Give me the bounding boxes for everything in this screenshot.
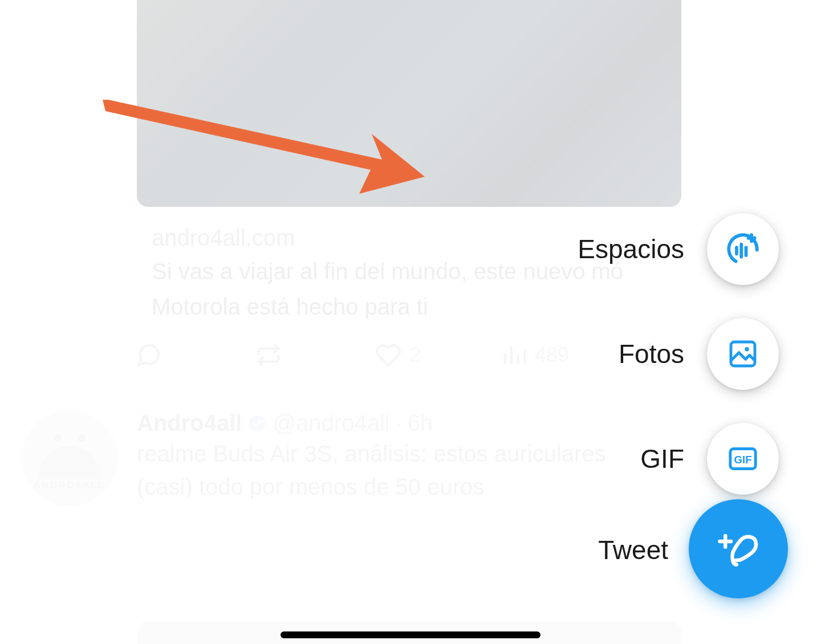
gif-icon: GIF <box>727 443 759 475</box>
fab-button-photos[interactable] <box>707 318 779 390</box>
fab-item-spaces[interactable]: Espacios <box>578 213 779 285</box>
svg-point-8 <box>745 347 749 351</box>
svg-text:GIF: GIF <box>734 454 751 466</box>
svg-rect-7 <box>731 342 755 366</box>
compose-tweet-button[interactable] <box>689 499 788 598</box>
compose-fab-menu: Espacios Fotos GIF G <box>578 213 779 495</box>
fab-label-spaces: Espacios <box>578 234 684 264</box>
fab-button-spaces[interactable] <box>707 213 779 285</box>
compose-icon <box>716 527 761 571</box>
fab-item-gif[interactable]: GIF GIF <box>640 423 779 495</box>
photo-icon <box>727 338 759 370</box>
fab-button-gif[interactable]: GIF <box>707 423 779 495</box>
spaces-icon <box>724 230 762 268</box>
fab-label-photos: Fotos <box>619 339 684 369</box>
fab-label-tweet: Tweet <box>598 535 668 565</box>
fab-item-photos[interactable]: Fotos <box>619 318 779 390</box>
fab-label-gif: GIF <box>640 443 684 474</box>
home-indicator <box>281 631 540 638</box>
